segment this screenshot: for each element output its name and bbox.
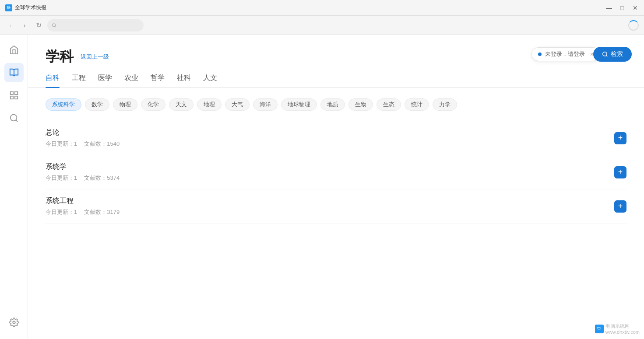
chip-diqiuwuli[interactable]: 地球物理 (281, 98, 317, 111)
subject-meta: 今日更新：1文献数：5374 (46, 174, 614, 182)
address-input[interactable] (59, 22, 139, 28)
settings-icon (9, 318, 19, 327)
chip-dili[interactable]: 地理 (197, 98, 222, 111)
notification-dot (538, 52, 542, 56)
page-title: 学科 (46, 47, 74, 66)
watermark-text: 电脑系统网 www.dnxtw.com (605, 323, 640, 335)
chip-wuli[interactable]: 物理 (113, 98, 137, 111)
titlebar: 快 全球学术快报 — □ ✕ (0, 0, 644, 16)
subject-name: 系统工程 (46, 196, 614, 206)
category-tabs: 自科工程医学农业哲学社科人文 (28, 73, 644, 88)
watermark-logo: 🛡 电脑系统网 www.dnxtw.com (595, 323, 640, 335)
category-tab-zhexue[interactable]: 哲学 (151, 73, 165, 87)
chip-lixue[interactable]: 力学 (433, 98, 457, 111)
svg-rect-3 (10, 96, 13, 99)
app-title: 全球学术快报 (15, 4, 46, 11)
app-icon-text: 快 (7, 5, 11, 10)
notification-text: 未登录，请登录 (545, 50, 585, 58)
subject-info: 系统学今日更新：1文献数：5374 (46, 162, 614, 182)
chip-tongji[interactable]: 统计 (405, 98, 429, 111)
sidebar-item-search[interactable] (4, 108, 24, 128)
subject-doc-count: 文献数：5374 (84, 174, 120, 182)
content-area: 学科 返回上一级 未登录，请登录 × 检索 自科工程医学农业哲学社科人文 系统科… (28, 35, 644, 339)
subject-doc-count: 文献数：3179 (84, 208, 120, 216)
subject-item: 系统学今日更新：1文献数：5374+ (46, 155, 626, 189)
subject-update: 今日更新：1 (46, 174, 77, 182)
grid-icon (9, 91, 19, 100)
category-tab-sheke[interactable]: 社科 (177, 73, 191, 87)
sidebar-item-settings[interactable] (4, 313, 24, 332)
subject-item: 总论今日更新：1文献数：1540+ (46, 121, 626, 155)
subject-update: 今日更新：1 (46, 208, 77, 216)
svg-point-7 (603, 52, 607, 56)
chip-daqi[interactable]: 大气 (225, 98, 250, 111)
chip-tianwen[interactable]: 天文 (169, 98, 194, 111)
subject-info: 总论今日更新：1文献数：1540 (46, 128, 614, 148)
subject-doc-count: 文献数：1540 (84, 140, 120, 148)
home-icon (9, 45, 19, 55)
main-layout: 学科 返回上一级 未登录，请登录 × 检索 自科工程医学农业哲学社科人文 系统科… (0, 35, 644, 339)
chip-shuxue[interactable]: 数学 (85, 98, 109, 111)
chip-xitong[interactable]: 系统科学 (46, 98, 81, 111)
chip-huaxue[interactable]: 化学 (141, 98, 165, 111)
close-button[interactable]: ✕ (632, 4, 639, 11)
watermark-name: 电脑系统网 (605, 323, 640, 329)
browser-toolbar: ‹ › ↻ (0, 16, 644, 35)
sub-categories: 系统科学数学物理化学天文地理大气海洋地球物理地质生物生态统计力学 (28, 93, 644, 118)
back-link[interactable]: 返回上一级 (81, 53, 109, 61)
search-sidebar-icon (9, 113, 19, 123)
add-subject-button[interactable]: + (614, 166, 626, 178)
watermark: 🛡 电脑系统网 www.dnxtw.com (595, 323, 640, 335)
page-header: 学科 返回上一级 未登录，请登录 × 检索 (28, 35, 644, 73)
add-subject-button[interactable]: + (614, 132, 626, 144)
category-tab-nongye[interactable]: 农业 (124, 73, 138, 87)
sidebar-item-library[interactable] (4, 63, 24, 82)
sidebar (0, 35, 28, 339)
app-icon: 快 (5, 4, 12, 11)
chip-shengwu[interactable]: 生物 (348, 98, 373, 111)
svg-rect-2 (14, 92, 17, 94)
category-tab-yixue[interactable]: 医学 (98, 73, 112, 87)
watermark-site: www.dnxtw.com (605, 329, 640, 335)
book-icon (9, 68, 19, 77)
add-subject-button[interactable]: + (614, 200, 626, 213)
subject-update: 今日更新：1 (46, 140, 77, 148)
chip-haiyang[interactable]: 海洋 (253, 98, 278, 111)
subject-meta: 今日更新：1文献数：1540 (46, 140, 614, 148)
chip-dizhi[interactable]: 地质 (320, 98, 345, 111)
search-btn-label: 检索 (611, 50, 623, 58)
minimize-button[interactable]: — (605, 4, 612, 11)
sidebar-item-grid[interactable] (4, 86, 24, 105)
svg-point-6 (13, 321, 15, 324)
address-bar[interactable] (47, 19, 144, 31)
toolbar-right (628, 20, 639, 31)
window-controls: — □ ✕ (605, 4, 639, 11)
svg-rect-4 (14, 96, 17, 99)
back-button[interactable]: ‹ (5, 20, 16, 31)
sidebar-item-home[interactable] (4, 40, 24, 59)
search-icon (52, 23, 56, 28)
svg-point-0 (52, 23, 55, 26)
subject-item: 系统工程今日更新：1文献数：3179+ (46, 189, 626, 224)
subject-list: 总论今日更新：1文献数：1540+系统学今日更新：1文献数：5374+系统工程今… (28, 118, 644, 227)
category-tab-renwen[interactable]: 人文 (203, 73, 217, 87)
svg-rect-1 (10, 92, 13, 94)
search-btn-icon (602, 51, 608, 57)
loading-spinner (628, 20, 639, 31)
refresh-button[interactable]: ↻ (33, 20, 44, 31)
subject-meta: 今日更新：1文献数：3179 (46, 208, 614, 216)
subject-info: 系统工程今日更新：1文献数：3179 (46, 196, 614, 216)
subject-name: 总论 (46, 128, 614, 137)
category-tab-baike[interactable]: 自科 (46, 73, 60, 87)
search-button[interactable]: 检索 (593, 47, 632, 62)
watermark-shield: 🛡 (595, 325, 604, 333)
login-notification: 未登录，请登录 × (531, 47, 600, 61)
maximize-button[interactable]: □ (619, 4, 626, 11)
category-tab-gongcheng[interactable]: 工程 (72, 73, 86, 87)
subject-name: 系统学 (46, 162, 614, 171)
forward-button[interactable]: › (19, 20, 30, 31)
svg-point-5 (10, 115, 17, 121)
chip-shengtai[interactable]: 生态 (377, 98, 401, 111)
